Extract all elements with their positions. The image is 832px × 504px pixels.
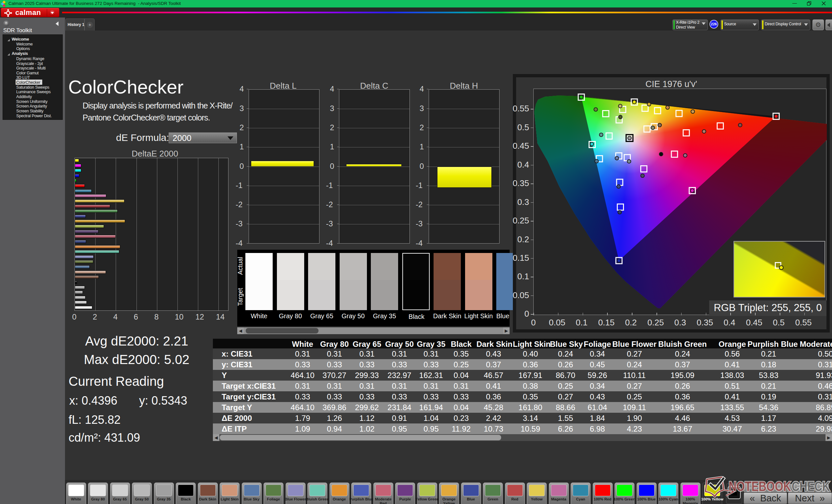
svg-text:NOTEBOOK: NOTEBOOK: [729, 479, 791, 494]
svg-text:CHECK: CHECK: [792, 479, 830, 494]
